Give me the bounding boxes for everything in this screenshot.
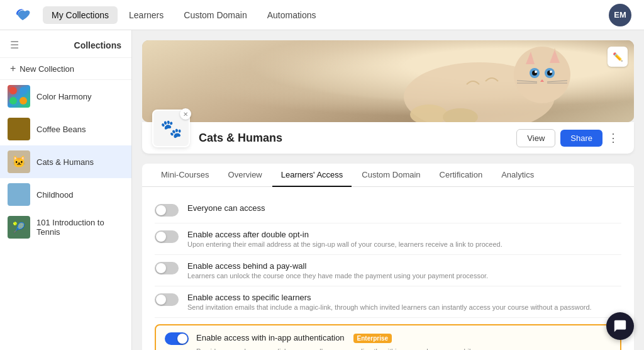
enterprise-badge: Enterprise	[353, 334, 392, 343]
user-avatar[interactable]: EM	[609, 4, 631, 26]
edit-hero-button[interactable]: ✏️	[608, 47, 628, 67]
setting-text: Enable access to specific learners Send …	[187, 293, 621, 311]
tab-learners-access[interactable]: Learners' Access	[272, 164, 352, 187]
view-button[interactable]: View	[516, 129, 555, 147]
toggle-knob	[156, 295, 166, 305]
sidebar-item-color-harmony[interactable]: Color Harmony	[0, 80, 131, 113]
item-label: Color Harmony	[36, 92, 91, 101]
collection-icon: 🐾 ✕	[152, 110, 190, 147]
delete-icon[interactable]: ✕	[180, 108, 191, 120]
thumb-childhood	[8, 183, 30, 206]
sidebar-title: Collections	[74, 40, 121, 50]
main-content: ✏️ 🐾 ✕ Cats & Humans View Share ⋮ Mini-C…	[132, 30, 644, 350]
plus-icon: +	[10, 63, 16, 74]
new-collection-button[interactable]: + New Collection	[0, 58, 131, 80]
in-app-auth-label: Enable access with in-app authentication	[196, 333, 345, 342]
thumb-color-harmony	[8, 85, 30, 108]
menu-icon[interactable]: ☰	[10, 39, 19, 51]
tab-overview[interactable]: Overview	[219, 164, 271, 187]
hero-image	[142, 40, 634, 122]
toggle-knob	[177, 334, 187, 344]
item-label: Coffee Beans	[36, 125, 86, 134]
sidebar-item-coffee-beans[interactable]: Coffee Beans	[0, 113, 131, 145]
nav-tab-automations[interactable]: Automations	[258, 6, 325, 24]
toggle-knob	[156, 263, 166, 273]
toggle-pay-wall[interactable]	[155, 262, 179, 274]
share-button[interactable]: Share	[560, 130, 602, 147]
setting-pay-wall: Enable access behind a pay-wall Learners…	[155, 255, 621, 286]
setting-in-app-auth: Enable access with in-app authentication…	[155, 324, 621, 350]
setting-label: Enable access after double opt-in	[187, 230, 621, 239]
sidebar-header: ☰ Collections	[0, 30, 131, 58]
content-tabs: Mini-Courses Overview Learners' Access C…	[142, 164, 634, 187]
sidebar-item-tennis[interactable]: 🎾 101 Introduction to Tennis	[0, 211, 131, 244]
tab-certification[interactable]: Certification	[431, 164, 492, 187]
app-logo[interactable]	[13, 5, 33, 25]
thumb-coffee	[8, 118, 30, 140]
setting-label: Everyone can access	[187, 203, 621, 213]
item-label: Childhood	[36, 190, 74, 200]
tab-analytics[interactable]: Analytics	[492, 164, 543, 187]
toggle-in-app-auth[interactable]	[165, 332, 189, 345]
toggle-everyone[interactable]	[155, 204, 179, 217]
collection-title: Cats & Humans	[199, 132, 516, 145]
paw-icon: 🐾	[160, 118, 182, 139]
toggle-double-optin[interactable]	[155, 230, 179, 243]
toggle-specific-learners[interactable]	[155, 293, 179, 306]
item-label: 101 Introduction to Tennis	[36, 218, 124, 237]
main-layout: ☰ Collections + New Collection Color Har…	[0, 30, 644, 350]
nav-tab-custom-domain[interactable]: Custom Domain	[175, 6, 255, 24]
setting-text: Everyone can access	[187, 203, 621, 214]
nav-tab-learners[interactable]: Learners	[120, 6, 172, 24]
setting-desc: Upon entering their email address at the…	[187, 240, 621, 248]
toggle-knob	[156, 205, 166, 215]
in-app-auth-desc: Provide a seamless, one-click, passwordl…	[196, 347, 611, 350]
setting-label: Enable access to specific learners	[187, 293, 621, 302]
more-options-button[interactable]: ⋮	[602, 128, 624, 147]
setting-specific-learners: Enable access to specific learners Send …	[155, 286, 621, 318]
sidebar-item-cats-humans[interactable]: 🐱 Cats & Humans	[0, 145, 131, 178]
toggle-knob	[156, 232, 166, 242]
edit-icon: ✏️	[613, 52, 623, 62]
setting-double-optin: Enable access after double opt-in Upon e…	[155, 223, 621, 255]
thumb-cats: 🐱	[8, 150, 30, 173]
item-label: Cats & Humans	[36, 157, 94, 167]
new-collection-label: New Collection	[19, 64, 74, 74]
sidebar: ☰ Collections + New Collection Color Har…	[0, 30, 132, 350]
sidebar-item-childhood[interactable]: Childhood	[0, 178, 131, 211]
setting-desc: Send invitation emails that include a ma…	[187, 303, 621, 311]
nav-tab-collections[interactable]: My Collections	[43, 6, 118, 24]
setting-label: Enable access behind a pay-wall	[187, 261, 621, 271]
tab-custom-domain[interactable]: Custom Domain	[353, 164, 429, 187]
tab-mini-courses[interactable]: Mini-Courses	[152, 164, 218, 187]
chat-bubble-button[interactable]	[606, 312, 634, 340]
setting-text: Enable access after double opt-in Upon e…	[187, 230, 621, 248]
hero-banner: ✏️	[142, 40, 634, 122]
setting-desc: Learners can unlock the course once they…	[187, 272, 621, 279]
svg-point-11	[550, 71, 552, 73]
learners-access-panel: Everyone can access Enable access after …	[142, 187, 634, 350]
svg-point-1	[514, 47, 570, 103]
top-nav: My Collections Learners Custom Domain Au…	[0, 0, 644, 30]
setting-text: Enable access behind a pay-wall Learners…	[187, 261, 621, 279]
setting-everyone: Everyone can access	[155, 197, 621, 223]
svg-point-10	[535, 71, 537, 73]
collection-info-bar: 🐾 ✕ Cats & Humans View Share ⋮	[142, 122, 634, 154]
thumb-tennis: 🎾	[8, 216, 30, 239]
